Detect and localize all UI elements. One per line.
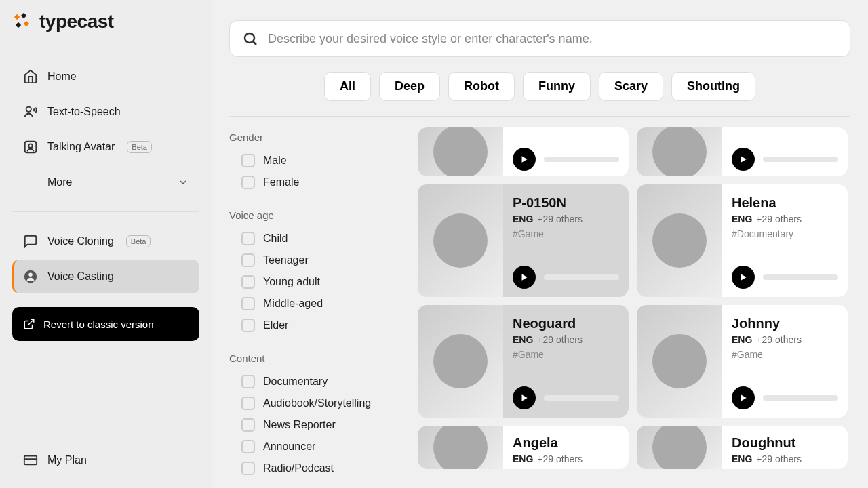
brand-name: typecast <box>39 11 114 33</box>
chip-scary[interactable]: Scary <box>599 72 663 101</box>
card-title: Angela <box>513 435 619 451</box>
voice-card[interactable]: P-0150NENG+29 others#Game <box>418 184 629 297</box>
filter-documentary[interactable]: Documentary <box>229 371 399 392</box>
filter-title: Gender <box>229 131 399 143</box>
sidebar-item-talking-avatar[interactable]: Talking AvatarBeta <box>12 130 199 164</box>
checkbox[interactable] <box>241 462 255 475</box>
sidebar-item-my-plan[interactable]: My Plan <box>12 443 199 477</box>
sidebar-item-home[interactable]: Home <box>12 60 199 94</box>
filter-female[interactable]: Female <box>229 171 399 193</box>
card-tag: #Game <box>732 349 838 360</box>
card-meta: ENG+29 others <box>513 453 619 464</box>
play-icon <box>519 272 529 282</box>
card-tag: #Game <box>513 349 619 360</box>
checkbox[interactable] <box>241 297 255 310</box>
brand-logo[interactable]: typecast <box>12 11 199 33</box>
sidebar-item-text-to-speech[interactable]: Text-to-Speech <box>12 95 199 129</box>
card-title: P-0150N <box>513 195 619 211</box>
play-button[interactable] <box>513 266 536 289</box>
play-button[interactable] <box>513 148 536 171</box>
svg-marker-17 <box>741 274 747 280</box>
play-button[interactable] <box>513 386 536 409</box>
search-icon <box>242 30 258 47</box>
card-meta: ENG+29 others <box>513 334 619 345</box>
play-icon <box>738 393 748 403</box>
waveform[interactable] <box>544 274 619 280</box>
filter-audiobook-storytelling[interactable]: Audiobook/Storytelling <box>229 392 399 414</box>
filter-title: Content <box>229 352 399 364</box>
voice-card[interactable] <box>418 127 629 176</box>
tts-icon <box>23 104 38 119</box>
waveform[interactable] <box>763 274 838 280</box>
svg-rect-0 <box>14 14 20 20</box>
waveform[interactable] <box>763 157 838 162</box>
nav-label: Voice Cloning <box>47 235 114 247</box>
filter-label: Documentary <box>263 375 328 388</box>
svg-rect-3 <box>24 21 29 26</box>
filter-announcer[interactable]: Announcer <box>229 436 399 458</box>
card-meta: ENG+29 others <box>513 214 619 224</box>
card-image <box>418 305 503 418</box>
svg-rect-1 <box>21 13 26 18</box>
chip-shouting[interactable]: Shouting <box>671 72 755 101</box>
svg-marker-19 <box>741 394 747 401</box>
voice-card[interactable]: DoughnutENG+29 others <box>637 426 848 469</box>
checkbox[interactable] <box>241 253 255 267</box>
svg-rect-10 <box>24 456 37 465</box>
card-title: Doughnut <box>732 435 838 451</box>
card-image <box>418 426 503 469</box>
sidebar-item-voice-cloning[interactable]: Voice CloningBeta <box>12 224 199 258</box>
revert-button[interactable]: Revert to classic version <box>12 307 199 341</box>
play-button[interactable] <box>732 266 755 289</box>
waveform[interactable] <box>544 157 619 162</box>
checkbox[interactable] <box>241 396 255 410</box>
voice-card[interactable]: JohnnyENG+29 others#Game <box>637 305 848 418</box>
svg-point-12 <box>245 33 254 43</box>
card-title: Johnny <box>732 316 838 331</box>
filter-elder[interactable]: Elder <box>229 314 399 336</box>
checkbox[interactable] <box>241 440 255 453</box>
filter-label: Female <box>263 176 299 188</box>
play-button[interactable] <box>732 386 755 409</box>
voice-card[interactable]: AngelaENG+29 others <box>418 426 629 469</box>
filter-middle-aged[interactable]: Middle-aged <box>229 293 399 314</box>
checkbox[interactable] <box>241 275 255 289</box>
play-button[interactable] <box>732 148 755 171</box>
checkbox[interactable] <box>241 319 255 332</box>
filter-child[interactable]: Child <box>229 228 399 249</box>
voice-card[interactable]: NeoguardENG+29 others#Game <box>418 305 629 418</box>
checkbox[interactable] <box>241 418 255 432</box>
chip-robot[interactable]: Robot <box>448 72 515 101</box>
card-image <box>637 184 722 297</box>
play-icon <box>519 393 529 403</box>
revert-label: Revert to classic version <box>43 319 154 330</box>
waveform[interactable] <box>763 395 838 401</box>
chip-deep[interactable]: Deep <box>379 72 440 101</box>
chip-all[interactable]: All <box>324 72 371 101</box>
svg-point-6 <box>28 144 33 148</box>
voice-card[interactable]: HelenaENG+29 others#Documentary <box>637 184 848 297</box>
checkbox[interactable] <box>241 232 255 245</box>
nav-label: Voice Casting <box>47 270 114 283</box>
filter-male[interactable]: Male <box>229 150 399 171</box>
voice-card[interactable] <box>637 127 848 176</box>
waveform[interactable] <box>544 395 619 401</box>
search-bar[interactable] <box>229 20 850 57</box>
sidebar-item-voice-casting[interactable]: Voice Casting <box>12 260 199 293</box>
checkbox[interactable] <box>241 375 255 388</box>
checkbox[interactable] <box>241 176 255 189</box>
filter-label: Young adult <box>263 276 320 288</box>
filter-radio-podcast[interactable]: Radio/Podcast <box>229 458 399 479</box>
blank-icon <box>23 175 38 190</box>
filter-teenager[interactable]: Teenager <box>229 249 399 271</box>
card-meta: ENG+29 others <box>732 453 838 464</box>
search-input[interactable] <box>268 32 837 46</box>
filter-label: Child <box>263 232 288 245</box>
sidebar-item-more[interactable]: More <box>12 165 199 199</box>
chip-funny[interactable]: Funny <box>523 72 591 101</box>
filter-label: Radio/Podcast <box>263 462 334 474</box>
filter-young-adult[interactable]: Young adult <box>229 271 399 293</box>
filter-news-reporter[interactable]: News Reporter <box>229 414 399 436</box>
checkbox[interactable] <box>241 154 255 167</box>
card-image <box>418 184 503 297</box>
